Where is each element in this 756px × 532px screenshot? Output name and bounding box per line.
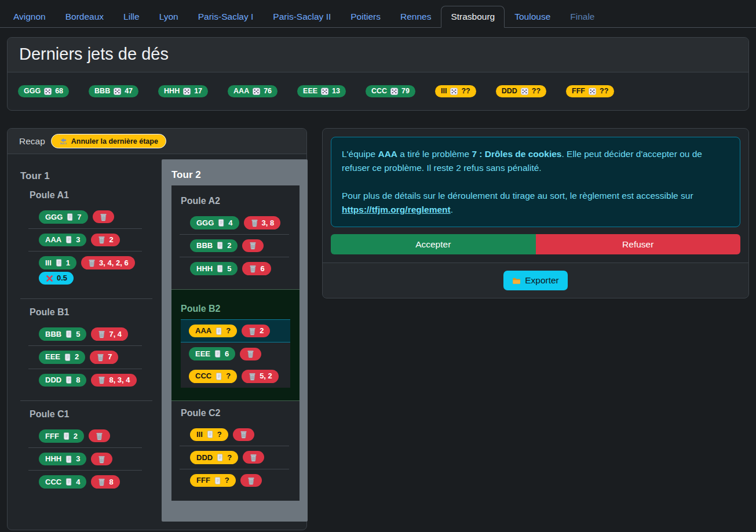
rules-link[interactable]: https://tfjm.org/reglement — [342, 205, 451, 214]
poule-divider — [20, 400, 152, 401]
poule-title: Poule C1 — [20, 409, 152, 420]
tab-lyon[interactable]: Lyon — [149, 6, 188, 28]
die-icon — [450, 87, 458, 96]
dice-roll-badge: CCC79 — [366, 85, 415, 97]
penalty-badge: 0.5 — [39, 272, 74, 285]
team-problem-badge-pending: AAA? — [189, 325, 237, 338]
problem-sheet-icon — [216, 241, 224, 250]
wastebasket-icon — [97, 330, 106, 338]
wastebasket-icon — [246, 349, 255, 358]
refused-problems-badge: 5, 2 — [242, 370, 279, 383]
problem-sheet-icon — [54, 258, 63, 267]
team-problem-badge: BBB5 — [39, 327, 86, 341]
wastebasket-icon — [99, 213, 108, 221]
die-icon — [520, 87, 529, 96]
tab-toulouse[interactable]: Toulouse — [505, 6, 560, 28]
undo-last-step-button[interactable]: Annuler la dernière étape — [51, 134, 166, 148]
refused-problems-badge: 7, 4 — [91, 327, 128, 341]
refused-problems-badge: 8 — [91, 475, 119, 489]
draw-action-card: L'équipe AAA a tiré le problème 7 : Drôl… — [322, 128, 749, 298]
rules-message: Pour plus de détails sur le déroulement … — [342, 189, 729, 217]
team-row: III? — [171, 424, 300, 446]
poule-title: Poule B1 — [20, 307, 152, 318]
page-title: Derniers jets de dés — [19, 45, 737, 64]
draw-info-alert: L'équipe AAA a tiré le problème 7 : Drôl… — [331, 137, 740, 227]
wastebasket-icon — [96, 353, 105, 362]
dice-card-header: Derniers jets de dés — [8, 38, 748, 72]
dice-roll-badge: EEE13 — [297, 85, 346, 97]
team-row: HHH3 — [20, 448, 152, 471]
team-problem-badge-pending: DDD? — [190, 451, 238, 464]
page-content: Derniers jets de dés GGG68 BBB47 HHH17 A… — [0, 28, 756, 530]
wastebasket-icon — [97, 455, 106, 464]
tab-strasbourg[interactable]: Strasbourg — [441, 6, 505, 28]
problem-sheet-icon — [216, 264, 224, 273]
draw-action-body: L'équipe AAA a tiré le problème 7 : Drôl… — [323, 129, 748, 263]
problem-sheet-icon — [64, 330, 73, 338]
team-row: HHH5 6 — [171, 257, 300, 280]
poule-a2: Poule A2 GGG4 3, 8 BBB2 — [171, 196, 300, 280]
team-problem-badge: III1 — [39, 256, 76, 269]
poule-divider — [20, 298, 152, 299]
problem-sheet-icon — [214, 372, 223, 381]
tab-rennes[interactable]: Rennes — [390, 6, 441, 28]
refused-problems-badge: 6 — [242, 262, 271, 275]
dice-roll-badge: GGG68 — [18, 85, 69, 97]
export-button[interactable]: Exporter — [503, 271, 568, 290]
refused-problems-badge: 8, 3, 4 — [91, 374, 136, 387]
tab-paris-saclay-2[interactable]: Paris-Saclay II — [263, 6, 341, 28]
draw-action-footer: Exporter — [323, 263, 748, 298]
team-row: EEE2 7 — [20, 346, 152, 369]
tour-1-column: Tour 1 Poule A1 GGG7 AAA3 2 — [20, 154, 152, 522]
problem-sheet-icon — [64, 376, 73, 384]
poule-a1: Poule A1 GGG7 AAA3 2 — [20, 190, 152, 289]
team-row: BBB5 7, 4 — [20, 323, 152, 345]
dice-roll-badge-pending: III?? — [435, 85, 476, 97]
refused-problems-badge: 2 — [91, 234, 119, 247]
last-dice-rolls-card: Derniers jets de dés GGG68 BBB47 HHH17 A… — [7, 37, 749, 111]
accept-button[interactable]: Accepter — [331, 234, 536, 254]
dice-roll-badge-pending: DDD?? — [496, 85, 546, 97]
die-icon — [113, 87, 122, 96]
dice-roll-badge: AAA76 — [228, 85, 277, 97]
tour-2-column-current: Tour 2 Poule A2 GGG4 3, 8 BBB2 — [162, 159, 308, 522]
refused-problems-badge: 7 — [90, 351, 118, 364]
tour-title: Tour 1 — [20, 170, 152, 182]
team-row: CCC? 5, 2 — [181, 365, 290, 388]
team-row-highlighted: AAA? 2 — [181, 319, 290, 343]
team-problem-badge: HHH3 — [39, 453, 86, 466]
wastebasket-icon — [97, 478, 106, 486]
tab-lille[interactable]: Lille — [114, 6, 149, 28]
team-row: AAA3 2 — [20, 229, 152, 252]
back-icon — [59, 137, 68, 145]
team-problem-badge: BBB2 — [190, 239, 238, 253]
tab-bordeaux[interactable]: Bordeaux — [56, 6, 114, 28]
wastebasket-icon — [250, 218, 259, 227]
dice-roll-badge: HHH17 — [158, 85, 208, 97]
team-problem-badge: GGG7 — [39, 210, 88, 224]
refused-problems-badge — [93, 210, 114, 223]
refused-problems-badge: 2 — [242, 325, 270, 338]
draw-message: L'équipe AAA a tiré le problème 7 : Drôl… — [342, 147, 729, 175]
team-name: AAA — [378, 149, 397, 159]
refused-problems-badge — [240, 348, 261, 360]
refused-problems-badge: 3, 4, 2, 6 — [81, 256, 135, 269]
wastebasket-icon — [239, 430, 248, 439]
problem-sheet-icon — [63, 353, 72, 362]
team-row: FFF? — [171, 469, 300, 492]
refuse-button[interactable]: Refuser — [536, 234, 741, 254]
wastebasket-icon — [87, 258, 96, 267]
tab-paris-saclay-1[interactable]: Paris-Saclay I — [188, 6, 264, 28]
poule-title: Poule C2 — [171, 408, 300, 418]
team-row: FFF2 — [20, 425, 152, 447]
team-row: BBB2 — [171, 235, 300, 257]
tab-poitiers[interactable]: Poitiers — [341, 6, 390, 28]
team-problem-badge: CCC4 — [39, 475, 86, 489]
problem-sheet-icon — [214, 327, 223, 336]
tab-finale[interactable]: Finale — [560, 6, 604, 28]
tab-avignon[interactable]: Avignon — [3, 6, 56, 28]
problem-sheet-icon — [64, 478, 73, 486]
refused-problems-badge — [233, 428, 254, 441]
problem-sheet-icon — [64, 235, 73, 244]
team-problem-badge: EEE2 — [39, 351, 85, 364]
